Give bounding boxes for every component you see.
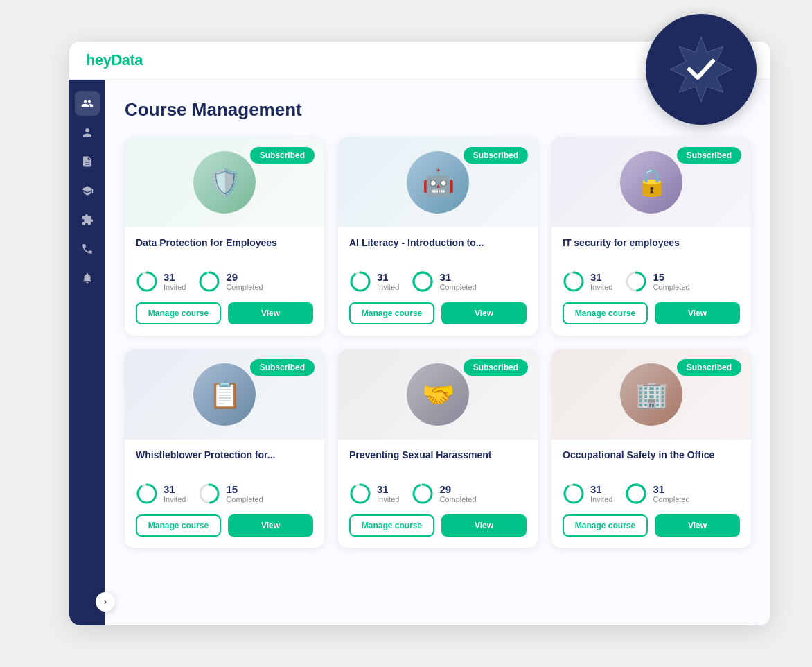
view-course-button-3[interactable]: View <box>655 302 740 324</box>
completed-count-2: 31 <box>439 272 476 284</box>
card-stats-6: 31 Invited 31 Completed <box>563 483 740 505</box>
card-header-3: Subscribed 🔒 <box>551 137 751 227</box>
sidebar-item-settings[interactable] <box>75 266 100 291</box>
course-card-3: Subscribed 🔒 IT security for employees 3… <box>551 137 751 336</box>
invited-count-2: 31 <box>377 272 399 284</box>
completed-label-4: Completed <box>226 495 263 503</box>
course-card-1: Subscribed 🛡️ Data Protection for Employ… <box>125 137 324 336</box>
view-course-button-2[interactable]: View <box>441 302 527 324</box>
sidebar-item-phone[interactable] <box>75 236 100 261</box>
invited-stat-5: 31 Invited <box>349 483 399 505</box>
logo: heyData <box>86 51 143 69</box>
view-course-button-6[interactable]: View <box>655 514 740 537</box>
completed-stat-2: 31 Completed <box>412 270 476 293</box>
sidebar-item-courses[interactable] <box>75 178 100 203</box>
course-illustration-5: 🤝 <box>407 363 469 426</box>
card-actions-2: Manage course View <box>349 302 527 324</box>
course-title-3: IT security for employees <box>563 237 740 262</box>
svg-point-13 <box>138 485 156 503</box>
manage-course-button-5[interactable]: Manage course <box>349 514 434 537</box>
svg-point-5 <box>351 272 369 291</box>
completed-label-3: Completed <box>653 283 689 291</box>
sidebar-item-user[interactable] <box>75 120 100 145</box>
completed-stat-4: 15 Completed <box>198 483 263 505</box>
main-layout: › Course Management Subscribed 🛡️ Data P… <box>69 80 770 625</box>
view-course-button-1[interactable]: View <box>228 302 313 324</box>
invited-count-5: 31 <box>377 484 399 496</box>
course-card-4: Subscribed 📋 Whistleblower Protection fo… <box>125 349 324 548</box>
course-title-6: Occupational Safety in the Office <box>563 449 740 474</box>
completed-stat-1: 29 Completed <box>198 270 263 293</box>
badge-star-icon <box>663 31 739 107</box>
subscribed-badge-2: Subscribed <box>464 147 528 164</box>
course-card-6: Subscribed 🏢 Occupational Safety in the … <box>551 349 751 548</box>
card-actions-3: Manage course View <box>563 302 740 324</box>
course-title-4: Whistleblower Protection for... <box>136 449 313 474</box>
card-body-2: AI Literacy - Introduction to... 31 Invi… <box>338 227 538 336</box>
svg-point-7 <box>414 272 432 291</box>
manage-course-button-1[interactable]: Manage course <box>136 302 221 324</box>
completed-stat-3: 15 Completed <box>625 270 689 293</box>
svg-point-21 <box>565 485 583 503</box>
subscribed-badge-1: Subscribed <box>250 147 315 164</box>
subscribed-badge-4: Subscribed <box>250 359 315 376</box>
card-header-6: Subscribed 🏢 <box>551 349 751 440</box>
completed-count-5: 29 <box>439 484 476 496</box>
course-illustration-4: 📋 <box>193 363 256 426</box>
completed-label-2: Completed <box>439 283 476 291</box>
invited-label-2: Invited <box>377 283 399 291</box>
sidebar-item-team[interactable] <box>75 91 100 116</box>
svg-point-3 <box>200 272 218 291</box>
invited-count-6: 31 <box>590 484 612 496</box>
manage-course-button-2[interactable]: Manage course <box>349 302 434 324</box>
subscribed-badge-5: Subscribed <box>464 359 528 376</box>
svg-point-17 <box>351 485 369 503</box>
sidebar-item-puzzle[interactable] <box>75 207 100 232</box>
card-stats-5: 31 Invited 29 Completed <box>349 483 527 505</box>
completed-stat-5: 29 Completed <box>412 483 476 505</box>
view-course-button-5[interactable]: View <box>441 514 527 537</box>
card-actions-1: Manage course View <box>136 302 313 324</box>
sidebar: › <box>69 80 105 625</box>
course-title-5: Preventing Sexual Harassment <box>349 449 527 474</box>
subscribed-badge-3: Subscribed <box>677 147 741 164</box>
invited-label-1: Invited <box>164 283 186 291</box>
invited-stat-1: 31 Invited <box>136 270 186 293</box>
card-header-4: Subscribed 📋 <box>125 349 324 440</box>
manage-course-button-4[interactable]: Manage course <box>136 514 221 537</box>
sidebar-toggle-button[interactable]: › <box>96 592 115 612</box>
invited-label-4: Invited <box>164 495 186 503</box>
card-body-6: Occupational Safety in the Office 31 Inv… <box>551 440 751 548</box>
certification-badge <box>646 14 757 125</box>
invited-stat-4: 31 Invited <box>136 483 186 505</box>
svg-point-23 <box>627 485 645 503</box>
card-stats-4: 31 Invited 15 Completed <box>136 483 313 505</box>
course-illustration-2: 🤖 <box>407 151 469 214</box>
manage-course-button-3[interactable]: Manage course <box>563 302 648 324</box>
content-area: Course Management Subscribed 🛡️ Data Pro… <box>105 80 770 625</box>
invited-count-3: 31 <box>590 272 612 284</box>
card-stats-3: 31 Invited 15 Completed <box>563 270 740 293</box>
card-actions-4: Manage course View <box>136 514 313 537</box>
invited-label-6: Invited <box>590 495 612 503</box>
invited-count-1: 31 <box>164 272 186 284</box>
svg-point-1 <box>138 272 156 291</box>
course-title-2: AI Literacy - Introduction to... <box>349 237 527 262</box>
completed-label-6: Completed <box>653 495 689 503</box>
card-body-5: Preventing Sexual Harassment 31 Invited … <box>338 440 538 548</box>
main-container: heyData › <box>69 42 770 625</box>
card-header-1: Subscribed 🛡️ <box>125 137 324 227</box>
card-actions-5: Manage course View <box>349 514 527 537</box>
svg-point-19 <box>414 485 432 503</box>
completed-label-5: Completed <box>439 495 476 503</box>
card-actions-6: Manage course View <box>563 514 740 537</box>
subscribed-badge-6: Subscribed <box>677 359 741 376</box>
logo-hey: hey <box>86 51 111 69</box>
card-header-5: Subscribed 🤝 <box>338 349 538 440</box>
invited-label-3: Invited <box>590 283 612 291</box>
manage-course-button-6[interactable]: Manage course <box>563 514 648 537</box>
course-illustration-1: 🛡️ <box>193 151 256 214</box>
view-course-button-4[interactable]: View <box>228 514 313 537</box>
sidebar-item-document[interactable] <box>75 149 100 174</box>
course-title-1: Data Protection for Employees <box>136 237 313 262</box>
